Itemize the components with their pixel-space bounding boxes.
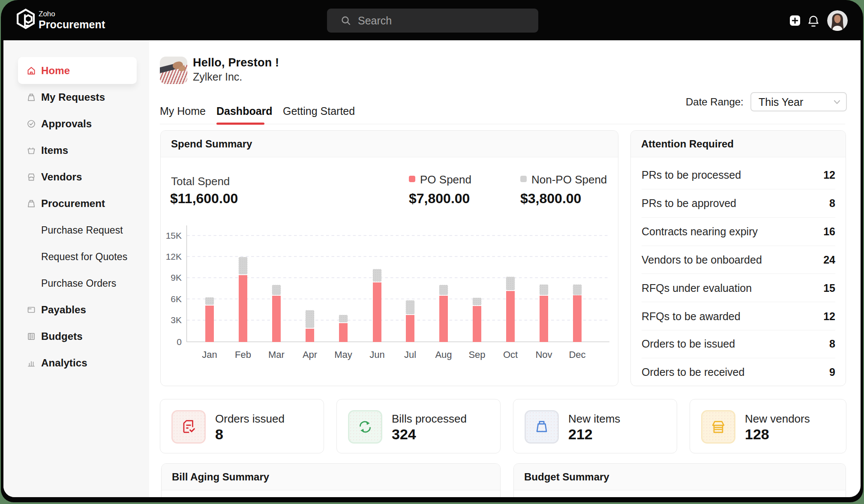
- svg-text:Sep: Sep: [468, 349, 485, 360]
- svg-text:Dec: Dec: [569, 349, 585, 360]
- svg-text:0: 0: [177, 337, 182, 347]
- svg-text:Jan: Jan: [202, 349, 217, 360]
- svg-text:May: May: [334, 349, 352, 360]
- svg-text:Jul: Jul: [404, 349, 416, 360]
- svg-text:3K: 3K: [171, 315, 182, 325]
- svg-text:Feb: Feb: [235, 349, 251, 360]
- svg-text:9K: 9K: [171, 273, 182, 282]
- svg-text:Mar: Mar: [268, 349, 285, 360]
- svg-text:Nov: Nov: [535, 349, 552, 360]
- svg-text:15K: 15K: [166, 231, 182, 240]
- svg-text:Aug: Aug: [435, 349, 452, 360]
- svg-text:Apr: Apr: [303, 349, 317, 360]
- svg-text:12K: 12K: [166, 252, 182, 261]
- svg-text:Oct: Oct: [503, 349, 518, 360]
- svg-text:Jun: Jun: [369, 349, 384, 360]
- svg-text:6K: 6K: [171, 294, 182, 304]
